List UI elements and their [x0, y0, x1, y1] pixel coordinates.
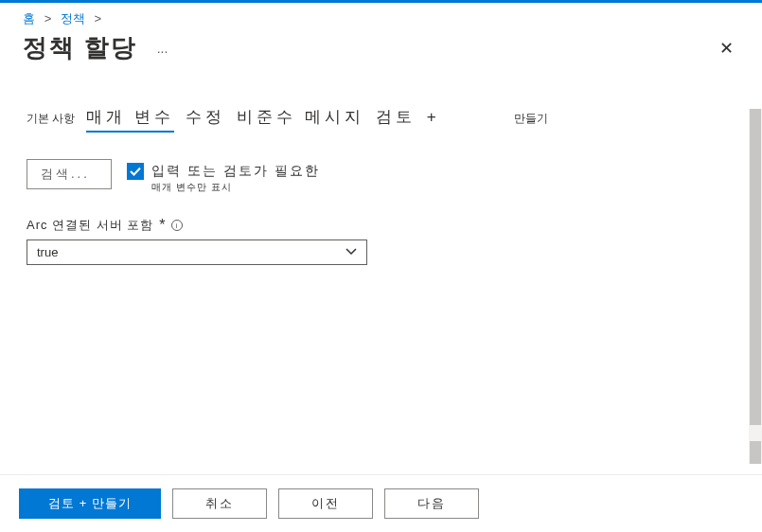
scrollbar-track[interactable] [749, 109, 762, 464]
tab-parameters[interactable]: 매개 변수 [86, 106, 174, 133]
tab-create[interactable]: 만들기 [514, 111, 548, 127]
tab-noncompliance[interactable]: 비준수 메시지 [237, 106, 364, 128]
breadcrumb-policy[interactable]: 정책 [61, 11, 85, 26]
review-create-button[interactable]: 검토 + 만들기 [19, 488, 161, 519]
field-label: Arc 연결된 서버 포함 [27, 217, 153, 234]
next-button[interactable]: 다음 [384, 488, 479, 519]
tab-review[interactable]: 검토 [376, 106, 416, 128]
content-area: 기본 사항 매개 변수 수정 비준수 메시지 검토 + 만들기 검색... 입력… [0, 72, 762, 460]
tab-basics[interactable]: 기본 사항 [27, 111, 75, 127]
search-row: 검색... 입력 또는 검토가 필요한 매개 변수만 표시 [27, 159, 735, 194]
scrollbar-down-button[interactable] [750, 441, 761, 464]
scrollbar-up-button[interactable] [750, 109, 761, 132]
checkbox-sublabel: 매개 변수만 표시 [151, 181, 320, 194]
show-required-params-checkbox[interactable] [127, 163, 144, 180]
field-required: * [159, 217, 165, 234]
more-button[interactable]: ··· [157, 44, 168, 59]
breadcrumb: 홈 > 정책 > [0, 3, 762, 31]
tab-plus: + [427, 108, 436, 127]
close-icon[interactable]: ✕ [714, 32, 739, 64]
checkmark-icon [130, 166, 141, 177]
previous-button[interactable]: 이전 [278, 488, 373, 519]
tab-remediation[interactable]: 수정 [186, 106, 225, 128]
footer: 검토 + 만들기 취소 이전 다음 [0, 474, 762, 532]
tabs: 기본 사항 매개 변수 수정 비준수 메시지 검토 + 만들기 [27, 106, 735, 133]
chevron-down-icon [346, 247, 357, 257]
checkbox-label: 입력 또는 검토가 필요한 [151, 163, 320, 180]
scrollbar-thumb[interactable] [750, 132, 761, 425]
info-icon[interactable]: i [171, 220, 183, 231]
breadcrumb-separator: > [94, 11, 101, 26]
checkbox-wrap: 입력 또는 검토가 필요한 매개 변수만 표시 [127, 159, 320, 194]
breadcrumb-home[interactable]: 홈 [23, 11, 35, 26]
select-value: true [37, 245, 58, 259]
breadcrumb-separator: > [44, 11, 52, 26]
field-label-row: Arc 연결된 서버 포함 * i [27, 217, 735, 234]
header: 정책 할당 ··· ✕ [0, 31, 762, 72]
cancel-button[interactable]: 취소 [172, 488, 267, 519]
search-button[interactable]: 검색... [27, 159, 112, 189]
checkbox-labels: 입력 또는 검토가 필요한 매개 변수만 표시 [151, 163, 320, 194]
arc-server-select[interactable]: true [27, 239, 367, 265]
page-title: 정책 할당 [23, 33, 137, 62]
